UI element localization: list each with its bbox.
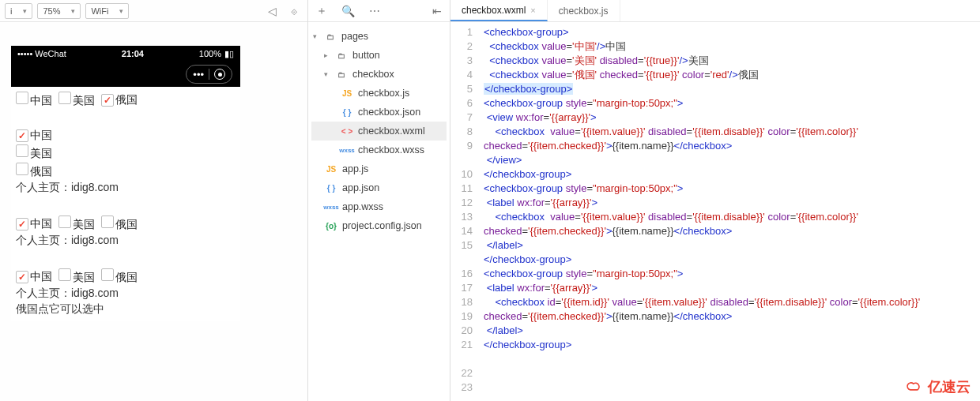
js-icon: JS xyxy=(324,165,338,174)
file-checkbox-wxml[interactable]: < >checkbox.wxml xyxy=(311,122,447,141)
checkbox-label: 美国 xyxy=(73,271,95,283)
file-app-json[interactable]: { }app.json xyxy=(311,178,447,197)
battery-label: 100% xyxy=(199,49,221,58)
file-checkbox-js[interactable]: JScheckbox.js xyxy=(311,84,447,103)
more-icon: ••• xyxy=(193,69,204,81)
checkbox[interactable]: 中国 xyxy=(16,270,52,284)
file-app-js[interactable]: JSapp.js xyxy=(311,159,447,178)
checkbox[interactable]: 中国 xyxy=(16,129,52,143)
checkbox[interactable]: 俄国 xyxy=(101,268,138,285)
footer-text: 个人主页：idig8.com xyxy=(16,181,236,195)
device-select[interactable]: i▾ xyxy=(5,3,32,19)
checkbox-section-2: 中国美国俄国个人主页：idig8.com xyxy=(16,129,236,195)
checkbox[interactable]: 美国 xyxy=(58,268,95,285)
checkbox-label: 俄国 xyxy=(115,271,138,283)
checkbox[interactable]: 俄国 xyxy=(101,215,138,232)
js-icon: JS xyxy=(340,89,354,98)
config-icon: {o} xyxy=(324,222,338,230)
network-select[interactable]: WiFi▾ xyxy=(85,3,129,19)
file-tree-panel: ＋ 🔍 ⋯ ⇤ ▾🗀pages ▸🗀button ▾🗀checkbox JSch… xyxy=(308,0,450,401)
checkbox[interactable]: 中国 xyxy=(16,217,52,231)
checkbox-row-1: 中国美国俄国 xyxy=(16,92,236,108)
checkbox[interactable]: 俄国 xyxy=(101,93,138,107)
checkbox-section-4: 中国美国俄国个人主页：idig8.com俄国点它可以选中 xyxy=(16,268,236,317)
add-icon[interactable]: ＋ xyxy=(316,4,327,18)
folder-pages[interactable]: ▾🗀pages xyxy=(311,27,447,46)
wxss-icon: wxss xyxy=(324,204,338,211)
tab-checkbox-js[interactable]: checkbox.js xyxy=(548,0,620,21)
code-editor[interactable]: 123456789 101112131415 161718192021 2223… xyxy=(450,22,980,401)
folder-icon: 🗀 xyxy=(334,70,349,79)
footer-text: 个人主页：idig8.com xyxy=(16,287,236,301)
search-icon[interactable]: 🔍 xyxy=(341,5,355,17)
wxss-icon: wxss xyxy=(340,147,354,154)
checkbox-label: 美国 xyxy=(73,94,95,107)
json-icon: { } xyxy=(324,184,338,193)
page-content: 中国美国俄国 中国美国俄国个人主页：idig8.com 中国美国俄国个人主页：i… xyxy=(11,87,240,321)
footer-text: 个人主页：idig8.com xyxy=(16,234,236,248)
status-bar: ••••• WeChat 21:04 100% ▮▯ xyxy=(11,46,240,62)
folder-checkbox[interactable]: ▾🗀checkbox xyxy=(311,65,447,84)
more-icon[interactable]: ⋯ xyxy=(369,5,380,17)
folder-icon: 🗀 xyxy=(334,51,349,60)
capsule-menu[interactable]: ••• xyxy=(186,65,232,84)
file-app-wxss[interactable]: wxssapp.wxss xyxy=(311,197,447,216)
checkbox-label: 中国 xyxy=(30,217,52,230)
folder-icon: 🗀 xyxy=(323,32,337,41)
file-tree: ▾🗀pages ▸🗀button ▾🗀checkbox JScheckbox.j… xyxy=(308,22,450,240)
code-lines[interactable]: <checkbox-group> <checkbox value='中国'/>中… xyxy=(479,22,971,401)
file-project-config[interactable]: {o}project.config.json xyxy=(311,216,447,235)
close-icon[interactable]: × xyxy=(530,6,535,15)
clock: 21:04 xyxy=(66,49,199,58)
file-checkbox-wxss[interactable]: wxsscheckbox.wxss xyxy=(311,141,447,159)
checkbox-label: 俄国 xyxy=(30,165,52,178)
checkbox-label: 美国 xyxy=(73,218,95,230)
watermark: 亿速云 xyxy=(904,377,971,396)
checkbox[interactable]: 美国 xyxy=(16,144,52,161)
tree-toolbar: ＋ 🔍 ⋯ ⇤ xyxy=(308,0,450,22)
file-checkbox-json[interactable]: { }checkbox.json xyxy=(311,103,447,122)
note-text: 俄国点它可以选中 xyxy=(16,302,236,317)
checkbox-label: 俄国 xyxy=(115,218,138,230)
folder-button[interactable]: ▸🗀button xyxy=(311,46,447,65)
line-gutter: 123456789 101112131415 161718192021 2223 xyxy=(450,22,479,401)
mute-icon[interactable]: ◁ xyxy=(263,5,281,17)
close-icon xyxy=(214,69,225,80)
simulator-toolbar: i▾ 75%▾ WiFi▾ ◁ ⟐ xyxy=(0,0,307,22)
checkbox-label: 俄国 xyxy=(115,93,138,106)
checkbox[interactable]: 美国 xyxy=(58,92,95,108)
zoom-select[interactable]: 75%▾ xyxy=(37,3,81,19)
json-icon: { } xyxy=(340,108,354,117)
editor-panel: checkbox.wxml× checkbox.js 123456789 101… xyxy=(450,0,980,401)
checkbox-section-3: 中国美国俄国个人主页：idig8.com xyxy=(16,215,236,248)
phone-frame: ••••• WeChat 21:04 100% ▮▯ ••• 中国美国俄国 中国… xyxy=(11,46,240,321)
checkbox-label: 中国 xyxy=(30,94,52,107)
checkbox[interactable]: 中国 xyxy=(16,92,52,108)
battery-icon: ▮▯ xyxy=(224,49,234,59)
cloud-icon xyxy=(904,380,925,394)
checkbox[interactable]: 美国 xyxy=(58,215,95,232)
checkbox-label: 中国 xyxy=(30,129,52,141)
simulator-panel: i▾ 75%▾ WiFi▾ ◁ ⟐ ••••• WeChat 21:04 100… xyxy=(0,0,308,401)
checkbox-label: 美国 xyxy=(30,147,52,159)
checkbox[interactable]: 俄国 xyxy=(16,163,52,179)
capsule-bar: ••• xyxy=(11,62,240,87)
wxml-icon: < > xyxy=(340,127,354,136)
collapse-icon[interactable]: ⇤ xyxy=(432,5,442,17)
editor-tabs: checkbox.wxml× checkbox.js xyxy=(450,0,980,22)
rotate-icon[interactable]: ⟐ xyxy=(285,5,303,17)
checkbox-label: 中国 xyxy=(30,270,52,283)
carrier-label: ••••• WeChat xyxy=(17,49,66,58)
tab-checkbox-wxml[interactable]: checkbox.wxml× xyxy=(450,0,548,21)
